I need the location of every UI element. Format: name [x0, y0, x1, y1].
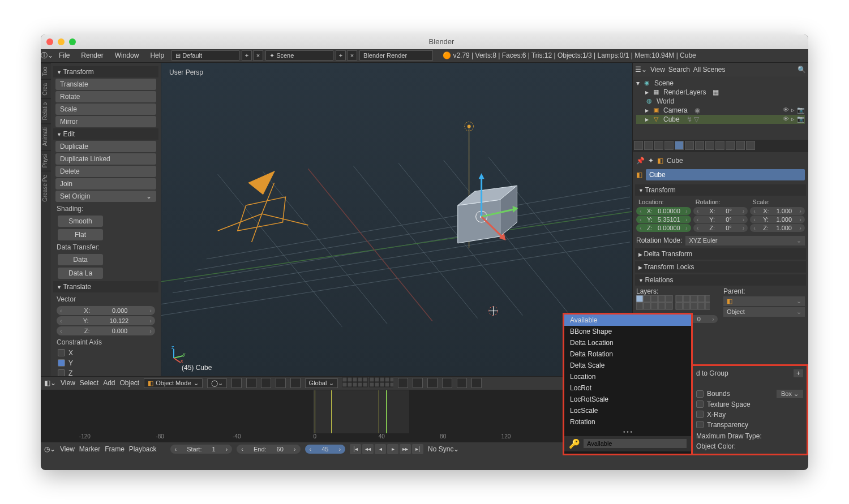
tab-particles[interactable] [736, 141, 745, 150]
scale-y[interactable]: Y:1.000 [750, 216, 805, 223]
manipulator-type1[interactable] [261, 378, 271, 388]
tab-tools[interactable]: Too [41, 63, 51, 79]
manipulator-type3[interactable] [290, 378, 301, 388]
search-icon[interactable]: 🔍 [797, 66, 806, 74]
vector-z[interactable]: Z:0.000 [57, 326, 155, 335]
vector-x[interactable]: X:0.000 [57, 306, 155, 315]
zoom-window[interactable] [69, 38, 76, 45]
tab-relations[interactable]: Relatio [41, 98, 51, 123]
panel-locks[interactable]: Transform Locks [635, 261, 806, 273]
keying-item-available[interactable]: Available [564, 315, 691, 326]
rotate-button[interactable]: Rotate [55, 91, 156, 102]
scale-x[interactable]: X:1.000 [750, 207, 805, 215]
constraint-y[interactable]: Y [53, 358, 158, 368]
tab-animation[interactable]: Animati [41, 123, 51, 149]
jump-start[interactable]: |◂ [350, 444, 361, 454]
keying-item-bbone[interactable]: BBone Shape [564, 326, 691, 337]
constraint-z[interactable]: Z [53, 368, 158, 376]
menu-window[interactable]: Window [109, 51, 145, 59]
tab-world[interactable] [664, 141, 674, 150]
parent-select[interactable]: ◧ [723, 296, 805, 306]
add-to-group[interactable]: d to Group [696, 369, 728, 377]
mirror-button[interactable]: Mirror [55, 116, 156, 127]
render-preview[interactable] [457, 378, 467, 388]
close-window[interactable] [46, 38, 53, 45]
delete-button[interactable]: Delete [55, 166, 156, 177]
keyframe-prev[interactable]: ◂◂ [362, 444, 374, 454]
lock-camera[interactable] [398, 378, 408, 388]
tab-renderlayers[interactable] [644, 141, 653, 150]
keying-item-deltaloc[interactable]: Delta Location [564, 337, 691, 348]
panel-translate-op[interactable]: Translate [53, 281, 158, 292]
keying-item-deltarot[interactable]: Delta Rotation [564, 348, 691, 360]
snap[interactable] [427, 378, 438, 388]
keying-item-locrot[interactable]: LocRot [564, 382, 691, 394]
play-reverse[interactable]: ◂ [375, 444, 386, 454]
mode-select[interactable]: ◧Object Mode⌄ [144, 378, 202, 388]
tl-marker-menu[interactable]: Marker [79, 445, 100, 453]
add-menu[interactable]: Add [103, 379, 115, 387]
keying-set-field[interactable]: Available [584, 439, 687, 448]
vector-y[interactable]: Y:10.122 [57, 316, 155, 325]
shading-select[interactable]: ◯⌄ [207, 378, 227, 388]
display-bounds-check[interactable]: Bounds Box ⌄ [696, 389, 803, 399]
tab-grease[interactable]: Grease Pe [41, 171, 51, 205]
sync-select[interactable]: No Sync⌄ [428, 445, 459, 453]
outliner-view-menu[interactable]: View [650, 66, 665, 74]
add-layout[interactable]: + [242, 50, 252, 61]
outliner-filter[interactable]: All Scenes [693, 66, 794, 74]
outliner[interactable]: ▾◉Scene ▸▦RenderLayers▦ ◍World ▸▣Camera◉… [633, 76, 808, 140]
view-menu[interactable]: View [61, 379, 75, 387]
tab-scene[interactable] [654, 141, 663, 150]
panel-relations[interactable]: Relations [635, 274, 806, 286]
tab-render[interactable] [634, 141, 643, 150]
keying-item-rotation[interactable]: Rotation [564, 416, 691, 428]
frame-start[interactable]: ‹ Start: 1 › [170, 445, 233, 454]
select-menu[interactable]: Select [80, 379, 98, 387]
outliner-editor-icon[interactable]: ☰⌄ [635, 66, 647, 74]
duplicate-linked-button[interactable]: Duplicate Linked [55, 153, 156, 165]
tab-object[interactable] [675, 141, 684, 150]
3d-viewport[interactable]: User Persp [161, 63, 633, 376]
display-texspace-check[interactable]: Texture Space [696, 399, 803, 410]
tab-modifiers[interactable] [695, 141, 704, 150]
bounds-type[interactable]: Box ⌄ [777, 390, 803, 398]
tl-frame-menu[interactable]: Frame [105, 445, 125, 453]
play[interactable]: ▸ [387, 444, 398, 454]
rot-y[interactable]: Y:0° [693, 216, 748, 223]
render-engine-select[interactable]: Blender Render [359, 50, 433, 61]
object-name-field[interactable]: Cube [646, 169, 805, 180]
remove-scene[interactable]: × [347, 50, 357, 61]
add-group-button[interactable]: + [794, 369, 803, 377]
data-button[interactable]: Data [58, 254, 103, 265]
snap-type[interactable] [442, 378, 452, 388]
tl-playback-menu[interactable]: Playback [129, 445, 157, 453]
shade-smooth[interactable]: Smooth [58, 216, 103, 227]
pin-icon[interactable]: 📌 [636, 157, 645, 165]
constraint-x[interactable]: X [53, 348, 158, 358]
keying-item-locrotscale[interactable]: LocRotScale [564, 394, 691, 405]
panel-transform[interactable]: Transform [53, 66, 158, 77]
loc-y[interactable]: Y:5.35101 [636, 216, 691, 223]
menu-file[interactable]: File [53, 51, 75, 59]
tab-create[interactable]: Crea [41, 79, 51, 99]
orientation-select[interactable]: Global⌄ [305, 378, 338, 388]
scale-button[interactable]: Scale [55, 104, 156, 115]
manipulator-button[interactable] [246, 378, 256, 388]
minimize-window[interactable] [58, 38, 65, 45]
proportional-edit[interactable] [413, 378, 423, 388]
pivot-button[interactable] [231, 378, 242, 388]
join-button[interactable]: Join [55, 178, 156, 189]
scene-select[interactable]: ✦ Scene [265, 50, 333, 61]
translate-button[interactable]: Translate [55, 79, 156, 90]
remove-layout[interactable]: × [253, 50, 263, 61]
rot-z[interactable]: Z:0° [693, 224, 748, 232]
3dview-editor-icon[interactable]: ◧⌄ [44, 379, 56, 387]
rot-x[interactable]: X:0° [693, 207, 748, 215]
panel-delta[interactable]: Delta Transform [635, 248, 806, 260]
data-layout-button[interactable]: Data La [58, 268, 103, 279]
menu-render[interactable]: Render [75, 51, 109, 59]
keying-item-deltascale[interactable]: Delta Scale [564, 360, 691, 371]
panel-edit[interactable]: Edit [53, 128, 158, 140]
loc-x[interactable]: X:0.00000 [636, 207, 691, 215]
